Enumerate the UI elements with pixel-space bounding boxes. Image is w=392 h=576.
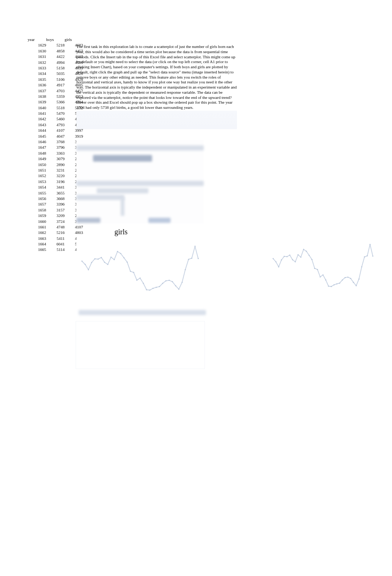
cell-boys: 3196 xyxy=(46,179,65,184)
svg-point-50 xyxy=(309,255,310,256)
cell-boys: 3209 xyxy=(46,213,65,218)
svg-point-4 xyxy=(94,258,95,259)
table-row: 164254604910 xyxy=(28,116,83,122)
svg-point-47 xyxy=(300,256,301,258)
svg-point-11 xyxy=(117,251,118,252)
cell-year: 1660 xyxy=(28,219,46,224)
svg-point-32 xyxy=(185,269,186,270)
svg-point-0 xyxy=(81,261,82,262)
svg-point-29 xyxy=(175,285,176,286)
svg-point-56 xyxy=(325,279,326,280)
cell-year: 1657 xyxy=(28,201,46,207)
svg-point-15 xyxy=(130,271,131,272)
cell-year: 1650 xyxy=(28,162,46,168)
cell-year: 1647 xyxy=(28,145,46,150)
cell-boys: 6041 xyxy=(46,241,65,247)
cell-boys: 3724 xyxy=(46,219,65,224)
table-row: 164154705200 xyxy=(28,111,83,116)
cell-year: 1643 xyxy=(28,122,46,128)
cell-year: 1656 xyxy=(28,196,46,201)
cell-year: 1645 xyxy=(28,134,46,139)
cell-boys: 2890 xyxy=(46,162,65,168)
svg-point-54 xyxy=(320,276,321,277)
cell-year: 1637 xyxy=(28,88,46,94)
table-row: 163747034457 xyxy=(28,88,83,94)
cell-boys: 4703 xyxy=(46,88,65,94)
svg-point-22 xyxy=(152,288,154,289)
table-row: 163144224102 xyxy=(28,54,83,59)
svg-point-49 xyxy=(306,251,307,252)
table-row: 164441073997 xyxy=(28,128,83,133)
svg-point-58 xyxy=(331,286,332,287)
header-boys: boys xyxy=(46,37,65,42)
cell-boys: 5106 xyxy=(46,77,65,82)
svg-point-42 xyxy=(286,256,288,257)
chart-title: girls xyxy=(114,228,128,236)
table-row: 165434413179 xyxy=(28,184,83,190)
table-row: 164737963536 xyxy=(28,145,83,150)
svg-point-2 xyxy=(88,269,89,270)
cell-boys: 3768 xyxy=(46,139,65,145)
table-row: 163551064928 xyxy=(28,77,83,82)
svg-point-66 xyxy=(353,282,354,283)
svg-point-14 xyxy=(127,262,128,263)
table-row: 164055185332 xyxy=(28,105,83,111)
cell-boys: 5460 xyxy=(46,116,65,122)
cell-boys: 4422 xyxy=(46,54,65,59)
svg-point-12 xyxy=(120,253,121,254)
cell-year: 1639 xyxy=(28,99,46,105)
svg-point-23 xyxy=(156,287,157,288)
data-table: year boys girls 162952184683163048584457… xyxy=(28,37,83,253)
table-row: 165331962959 xyxy=(28,179,83,184)
cell-boys: 3441 xyxy=(46,184,65,190)
blurred-highlight-1 xyxy=(76,111,237,129)
svg-point-60 xyxy=(336,283,337,284)
cell-boys: 5216 xyxy=(46,230,65,235)
dialog-screenshot-placeholder xyxy=(76,140,204,223)
cell-boys: 5470 xyxy=(46,111,65,116)
table-row: 162952184683 xyxy=(28,42,83,48)
cell-boys: 5359 xyxy=(46,94,65,99)
cell-boys: 3220 xyxy=(46,173,65,179)
svg-point-51 xyxy=(311,259,312,260)
table-header-row: year boys girls xyxy=(28,37,83,42)
cell-boys: 4858 xyxy=(46,48,65,54)
cell-year: 1632 xyxy=(28,60,46,65)
table-row: 163249944590 xyxy=(28,60,83,65)
cell-boys: 4748 xyxy=(46,224,65,230)
svg-point-61 xyxy=(339,283,340,284)
svg-point-5 xyxy=(97,259,99,260)
cell-year: 1636 xyxy=(28,82,46,88)
cell-year: 1641 xyxy=(28,111,46,116)
table-row: 163649174605 xyxy=(28,82,83,88)
table-row: 163853594952 xyxy=(28,94,83,99)
svg-point-25 xyxy=(162,283,163,284)
svg-point-65 xyxy=(350,278,351,279)
svg-point-59 xyxy=(333,284,334,285)
svg-point-35 xyxy=(195,246,196,247)
svg-point-31 xyxy=(182,282,183,283)
svg-point-16 xyxy=(133,272,134,273)
svg-point-30 xyxy=(178,289,179,290)
svg-point-40 xyxy=(281,259,282,261)
svg-point-44 xyxy=(292,259,293,260)
header-year: year xyxy=(28,37,46,42)
cell-boys: 5518 xyxy=(46,105,65,111)
cell-boys: 4047 xyxy=(46,134,65,139)
cell-year: 1640 xyxy=(28,105,46,111)
svg-point-27 xyxy=(169,280,170,281)
table-row: 165932092781 xyxy=(28,213,83,218)
girls-scatter-chart-main xyxy=(76,236,204,303)
table-row: 165028902722 xyxy=(28,162,83,168)
cell-boys: 4107 xyxy=(46,128,65,133)
table-row: 164637683395 xyxy=(28,139,83,145)
cell-year: 1659 xyxy=(28,213,46,218)
cell-year: 1646 xyxy=(28,139,46,145)
svg-point-45 xyxy=(295,261,296,262)
svg-point-9 xyxy=(110,256,111,258)
cell-year: 1653 xyxy=(28,179,46,184)
cell-year: 1649 xyxy=(28,156,46,162)
table-row: 166252164803 xyxy=(28,230,83,235)
svg-point-53 xyxy=(317,269,318,270)
cell-year: 1638 xyxy=(28,94,46,99)
